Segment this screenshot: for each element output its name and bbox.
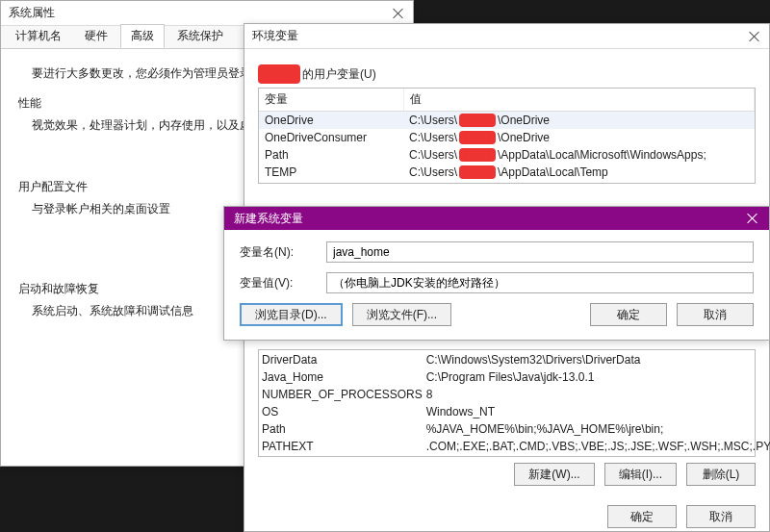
table-row[interactable]: TEMPC:\Users\\AppData\Local\Temp	[259, 164, 755, 181]
browse-directory-button[interactable]: 浏览目录(D)...	[240, 303, 343, 326]
redacted-icon	[459, 148, 496, 162]
table-row[interactable]: DriverDataC:\Windows\System32\Drivers\Dr…	[261, 352, 770, 367]
system-vars-table[interactable]: DriverDataC:\Windows\System32\Drivers\Dr…	[258, 349, 756, 457]
user-vars-suffix: 的用户变量(U)	[302, 66, 376, 83]
var-name-cell: OneDrive	[259, 112, 403, 130]
window-titlebar: 环境变量	[244, 24, 769, 49]
dialog-titlebar: 新建系统变量	[224, 207, 769, 230]
table-row[interactable]: Java_HomeC:\Program Files\Java\jdk-13.0.…	[261, 369, 770, 385]
edit-button[interactable]: 编辑(I)...	[604, 463, 677, 486]
table-row[interactable]: PathC:\Users\\AppData\Local\Microsoft\Wi…	[259, 146, 755, 164]
var-name-cell: DriverData	[261, 352, 424, 367]
var-value-cell: C:\Program Files\Java\jdk-13.0.1	[425, 369, 770, 385]
user-vars-label: 的用户变量(U)	[258, 64, 756, 84]
table-row[interactable]: OSWindows_NT	[261, 404, 770, 419]
tab-computer-name[interactable]: 计算机名	[5, 24, 72, 48]
new-button[interactable]: 新建(W)...	[514, 463, 594, 486]
var-value-cell: C:\Users\\AppData\Local\Microsoft\Window…	[403, 146, 755, 164]
var-name-cell: TEMP	[259, 164, 403, 181]
dialog-body: 变量名(N): 变量值(V): 浏览目录(D)... 浏览文件(F)... 确定…	[224, 230, 769, 338]
close-icon[interactable]	[392, 7, 405, 20]
user-vars-table[interactable]: 变量 值 OneDriveC:\Users\\OneDriveOneDriveC…	[258, 88, 756, 184]
var-value-cell: %JAVA_HOME%\bin;%JAVA_HOME%\jre\bin;	[425, 421, 770, 437]
table-row[interactable]: Path%JAVA_HOME%\bin;%JAVA_HOME%\jre\bin;	[261, 421, 770, 437]
redacted-icon	[459, 131, 496, 144]
var-name-cell: NUMBER_OF_PROCESSORS	[261, 387, 424, 402]
window-title: 环境变量	[252, 28, 298, 44]
var-value-label: 变量值(V):	[240, 275, 326, 291]
table-row[interactable]: NUMBER_OF_PROCESSORS8	[261, 387, 770, 402]
browse-file-button[interactable]: 浏览文件(F)...	[352, 303, 451, 326]
close-icon[interactable]	[746, 212, 759, 225]
var-value-cell: .COM;.EXE;.BAT;.CMD;.VBS;.VBE;.JS;.JSE;.…	[425, 439, 770, 454]
ok-button[interactable]: 确定	[607, 505, 677, 528]
dialog-buttons: 确定 取消	[258, 505, 756, 528]
col-value: 值	[403, 89, 755, 112]
close-icon[interactable]	[748, 30, 761, 43]
table-header-row: 变量 值	[259, 89, 755, 112]
ok-button[interactable]: 确定	[590, 303, 667, 326]
var-name-cell: OS	[261, 404, 424, 419]
table-row[interactable]: OneDriveC:\Users\\OneDrive	[259, 112, 755, 130]
var-name-label: 变量名(N):	[240, 244, 326, 261]
var-value-cell: Windows_NT	[425, 404, 770, 419]
var-name-cell: OneDriveConsumer	[259, 129, 403, 146]
cancel-button[interactable]: 取消	[677, 303, 754, 326]
tab-hardware[interactable]: 硬件	[74, 24, 118, 48]
delete-button[interactable]: 删除(L)	[686, 463, 756, 486]
var-name-input[interactable]	[326, 241, 754, 263]
var-name-cell: PATHEXT	[261, 439, 424, 454]
tab-advanced[interactable]: 高级	[120, 24, 165, 48]
var-value-cell: 8	[425, 387, 770, 402]
var-value-input[interactable]	[326, 272, 754, 293]
window-title: 系统属性	[9, 5, 55, 21]
var-value-cell: C:\Users\\OneDrive	[403, 112, 755, 130]
var-value-cell: C:\Users\\AppData\Local\Temp	[403, 164, 755, 181]
cancel-button[interactable]: 取消	[686, 505, 756, 528]
new-system-variable-dialog: 新建系统变量 变量名(N): 变量值(V): 浏览目录(D)... 浏览文件(F…	[223, 206, 770, 341]
redacted-icon	[459, 114, 496, 127]
var-name-cell: Path	[261, 421, 424, 437]
var-name-cell: Path	[259, 146, 403, 164]
table-row[interactable]: PATHEXT.COM;.EXE;.BAT;.CMD;.VBS;.VBE;.JS…	[261, 439, 770, 454]
col-variable: 变量	[259, 89, 403, 112]
dialog-title: 新建系统变量	[234, 211, 303, 227]
var-value-cell: C:\Users\\OneDrive	[403, 129, 755, 146]
redacted-icon	[459, 165, 496, 179]
tab-system-protection[interactable]: 系统保护	[167, 24, 234, 48]
table-row[interactable]: OneDriveConsumerC:\Users\\OneDrive	[259, 129, 755, 146]
var-name-cell: Java_Home	[261, 369, 424, 385]
redacted-username-icon	[258, 64, 300, 84]
var-value-cell: C:\Windows\System32\Drivers\DriverData	[425, 352, 770, 367]
sysvar-buttons: 新建(W)... 编辑(I)... 删除(L)	[258, 463, 756, 486]
